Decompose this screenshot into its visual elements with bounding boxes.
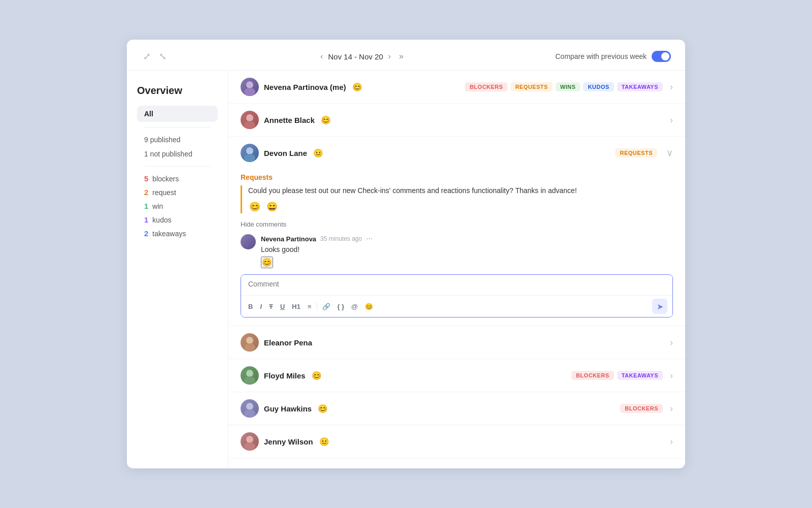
person-name-annette: Annette Black: [264, 116, 315, 124]
tags-eleanor: ›: [670, 337, 673, 348]
tags-nevena: BLOCKERS REQUESTS WINS KUDOS TAKEAWAYS ›: [465, 82, 673, 92]
tag-takeaways-floyd: TAKEAWAYS: [617, 371, 663, 380]
person-row-eleanor[interactable]: Eleanor Pena ›: [228, 326, 685, 359]
avatar-floyd: [241, 366, 259, 385]
comment-content-nevena: Nevena Partinova 35 minutes ago ··· Look…: [261, 234, 673, 268]
blockers-count: 5: [144, 174, 148, 183]
mention-button[interactable]: @: [349, 302, 360, 311]
kudos-label: kudos: [152, 216, 171, 224]
win-count: 1: [144, 202, 148, 210]
tags-devon: REQUESTS: [615, 148, 657, 157]
svg-point-1: [244, 88, 255, 96]
collapse-icon[interactable]: ⤡: [157, 49, 168, 64]
tag-blockers-floyd: BLOCKERS: [571, 371, 614, 380]
stat-blockers[interactable]: 5 blockers: [137, 172, 218, 185]
reaction-laugh[interactable]: 😄: [265, 200, 279, 213]
strikethrough-button[interactable]: T: [267, 302, 275, 311]
italic-button[interactable]: I: [258, 302, 264, 311]
avatar-annette: [241, 111, 259, 129]
chevron-nevena: ›: [670, 82, 673, 92]
bold-button[interactable]: B: [246, 302, 255, 311]
stat-win[interactable]: 1 win: [137, 199, 218, 213]
comment-reaction-nevena[interactable]: 😊: [261, 257, 273, 268]
reaction-smile[interactable]: 😊: [248, 200, 261, 213]
expanded-header-devon[interactable]: Devon Lane 😐 REQUESTS ∨: [228, 137, 685, 169]
comment-dots-nevena[interactable]: ···: [366, 234, 373, 243]
feed: Nevena Partinova (me) 😊 BLOCKERS REQUEST…: [228, 71, 685, 468]
comment-input[interactable]: [241, 275, 672, 293]
blockers-label: blockers: [152, 175, 179, 183]
kudos-count: 1: [144, 215, 148, 224]
underline-button[interactable]: U: [278, 302, 287, 311]
tags-floyd: BLOCKERS TAKEAWAYS ›: [571, 370, 673, 381]
sidebar-item-all[interactable]: All: [137, 106, 218, 122]
chevron-guy: ›: [670, 403, 673, 414]
svg-point-9: [244, 376, 255, 385]
mood-jenny: 😐: [319, 437, 329, 447]
prev-week-button[interactable]: ‹: [317, 50, 326, 63]
expand-icon[interactable]: ⤢: [141, 49, 153, 64]
avatar-devon: [241, 144, 259, 162]
person-name-devon: Devon Lane: [264, 149, 307, 157]
svg-point-4: [246, 147, 253, 154]
emoji-button[interactable]: 😊: [363, 302, 375, 311]
tag-blockers-guy: BLOCKERS: [620, 404, 663, 413]
stat-kudos[interactable]: 1 kudos: [137, 213, 218, 227]
person-row-nevena[interactable]: Nevena Partinova (me) 😊 BLOCKERS REQUEST…: [228, 71, 685, 104]
list-button[interactable]: ≡: [306, 302, 314, 311]
section-title-requests: Requests: [241, 173, 673, 181]
request-count: 2: [144, 188, 148, 197]
link-button[interactable]: 🔗: [320, 302, 332, 311]
avatar-eleanor: [241, 333, 259, 352]
stat-request[interactable]: 2 request: [137, 185, 218, 199]
date-navigation: ‹ Nov 14 - Nov 20 › »: [317, 50, 407, 63]
compare-toggle-area: Compare with previous week: [555, 51, 671, 62]
person-name-eleanor: Eleanor Pena: [264, 338, 312, 347]
tags-jenny: ›: [670, 436, 673, 447]
collapse-icon-devon[interactable]: ∨: [666, 147, 673, 158]
comment-time-nevena: 35 minutes ago: [320, 235, 362, 242]
tags-guy: BLOCKERS ›: [620, 403, 673, 414]
sidebar-divider-1: [144, 127, 211, 128]
svg-point-6: [246, 337, 253, 344]
person-name-nevena: Nevena Partinova (me): [264, 83, 346, 91]
heading-button[interactable]: H1: [290, 302, 302, 311]
tag-requests-devon: REQUESTS: [615, 148, 657, 157]
person-name-guy: Guy Hawkins: [264, 404, 312, 413]
mood-nevena: 😊: [352, 82, 362, 92]
comment-toolbar: B I T U H1 ≡ 🔗 { } @ 😊 ➤: [241, 295, 672, 317]
person-row-jenny[interactable]: Jenny Wilson 😐 ›: [228, 425, 685, 458]
tag-takeaways-nevena: TAKEAWAYS: [617, 82, 663, 91]
hide-comments-link[interactable]: Hide comments: [241, 220, 286, 228]
svg-point-12: [246, 436, 253, 443]
request-content: Could you please test out our new Check-…: [241, 185, 673, 213]
svg-point-13: [244, 442, 255, 451]
svg-point-7: [244, 343, 255, 352]
comment-input-area[interactable]: B I T U H1 ≡ 🔗 { } @ 😊 ➤: [241, 274, 673, 318]
person-row-annette[interactable]: Annette Black 😊 ›: [228, 104, 685, 137]
tag-blockers-nevena: BLOCKERS: [465, 82, 507, 91]
svg-point-3: [244, 121, 255, 129]
takeaways-label: takeaways: [152, 230, 186, 238]
code-button[interactable]: { }: [335, 302, 347, 311]
svg-point-2: [246, 114, 253, 121]
not-published-count: 1 not published: [137, 147, 218, 161]
avatar-jenny: [241, 432, 259, 451]
person-name-jenny: Jenny Wilson: [264, 437, 313, 446]
card-body-devon: Requests Could you please test out our n…: [228, 173, 685, 326]
request-label: request: [152, 188, 176, 197]
send-button[interactable]: ➤: [652, 299, 667, 314]
tag-wins-nevena: WINS: [556, 82, 581, 91]
compare-toggle-switch[interactable]: [652, 51, 671, 62]
person-row-guy[interactable]: Guy Hawkins 😊 BLOCKERS ›: [228, 392, 685, 425]
compare-label: Compare with previous week: [555, 52, 647, 60]
top-bar-left: ⤢ ⤡: [141, 49, 168, 64]
fast-forward-button[interactable]: »: [396, 50, 407, 63]
stat-takeaways[interactable]: 2 takeaways: [137, 227, 218, 240]
svg-point-11: [244, 409, 255, 418]
person-row-floyd[interactable]: Floyd Miles 😊 BLOCKERS TAKEAWAYS ›: [228, 359, 685, 392]
mood-floyd: 😊: [312, 371, 322, 380]
mood-devon: 😐: [313, 148, 323, 158]
comment-text-nevena: Looks good!: [261, 245, 673, 253]
next-week-button[interactable]: ›: [385, 50, 394, 63]
